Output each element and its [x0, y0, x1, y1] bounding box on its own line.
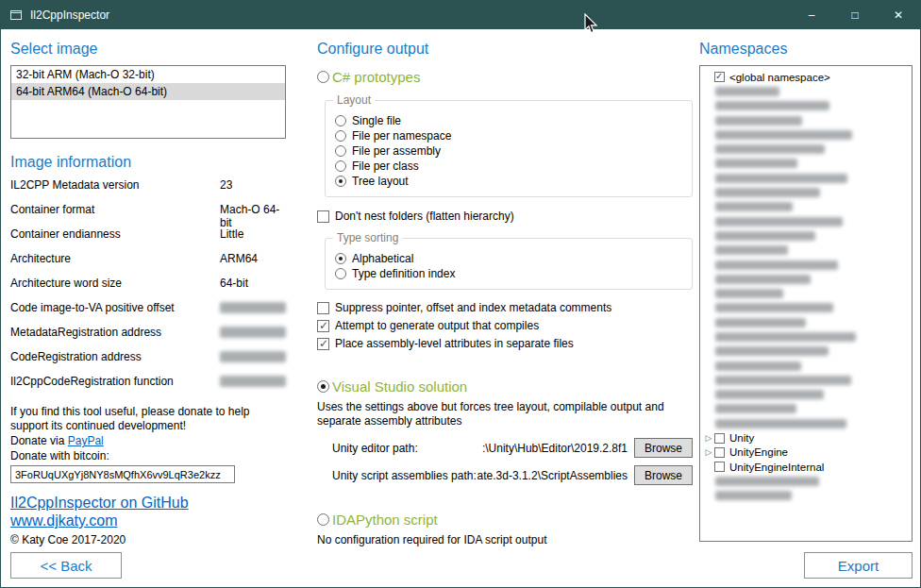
bitcoin-address-input[interactable] — [10, 465, 235, 483]
output-option[interactable]: Suppress pointer, offset and index metad… — [317, 301, 696, 314]
redacted-namespace — [715, 231, 815, 241]
namespace-item[interactable]: <global namespace> — [703, 70, 909, 84]
layout-option-radio[interactable] — [335, 160, 346, 172]
output-option[interactable]: Attempt to generate output that compiles — [317, 319, 696, 332]
flatten-hierarchy-checkbox[interactable] — [317, 210, 329, 223]
github-link[interactable]: Il2CppInspector on GitHub — [10, 495, 189, 512]
namespace-item-redacted[interactable] — [703, 244, 909, 258]
type-sorting-option-radio[interactable] — [335, 268, 346, 279]
output-option-checkbox[interactable] — [317, 338, 329, 350]
redacted-value — [220, 302, 286, 313]
idapython-option[interactable]: IDAPython script — [317, 512, 696, 528]
redacted-value — [220, 327, 286, 338]
layout-option[interactable]: File per namespace — [335, 128, 682, 143]
namespace-item-redacted[interactable] — [703, 315, 909, 329]
layout-option-radio[interactable] — [335, 176, 346, 187]
flatten-hierarchy-option[interactable]: Don't nest folders (flatten hierarchy) — [317, 210, 696, 223]
namespace-item-redacted[interactable] — [703, 388, 909, 402]
layout-options: Single fileFile per namespaceFile per as… — [335, 113, 682, 188]
unity-assemblies-browse-button[interactable]: Browse — [634, 465, 693, 485]
type-sorting-option[interactable]: Alphabetical — [335, 251, 682, 265]
image-info-row: Code image-to-VA positive offset — [10, 301, 286, 326]
layout-option[interactable]: File per assembly — [335, 143, 682, 158]
image-list-item[interactable]: 64-bit ARM64 (Mach-O 64-bit) — [11, 83, 285, 100]
namespace-item-redacted[interactable] — [703, 127, 909, 142]
namespace-checkbox[interactable] — [714, 433, 725, 444]
namespace-item-redacted[interactable] — [703, 344, 909, 359]
redacted-namespace — [715, 361, 801, 371]
minimize-button[interactable]: – — [790, 1, 833, 29]
csharp-prototypes-radio[interactable] — [317, 71, 329, 83]
redacted-namespace — [715, 245, 788, 255]
image-list-item[interactable]: 32-bit ARM (Mach-O 32-bit) — [11, 66, 285, 83]
namespace-item-redacted[interactable] — [703, 113, 909, 127]
image-info-label: Container format — [10, 203, 220, 216]
output-option-checkbox[interactable] — [317, 320, 329, 332]
type-sorting-option-radio[interactable] — [335, 253, 346, 264]
redacted-namespace — [715, 87, 779, 96]
export-button[interactable]: Export — [804, 552, 913, 579]
idapython-radio[interactable] — [317, 513, 329, 526]
namespace-checkbox[interactable] — [714, 462, 725, 472]
output-option-checkbox[interactable] — [317, 302, 329, 314]
redacted-namespace — [715, 130, 852, 140]
namespace-item-redacted[interactable] — [703, 157, 909, 171]
image-info-label: Architecture word size — [10, 277, 220, 290]
maximize-button[interactable]: □ — [833, 1, 877, 29]
namespace-item-redacted[interactable] — [703, 474, 909, 488]
namespace-label: Unity — [729, 432, 754, 444]
layout-groupbox: Layout Single fileFile per namespaceFile… — [325, 100, 693, 197]
layout-option[interactable]: Single file — [335, 113, 682, 127]
namespace-item-redacted[interactable] — [703, 359, 909, 373]
expander-icon[interactable]: ▷ — [703, 445, 714, 460]
namespace-item-redacted[interactable] — [703, 301, 909, 315]
csharp-prototypes-option[interactable]: C# prototypes — [317, 69, 696, 85]
layout-option-radio[interactable] — [335, 145, 346, 157]
namespace-item-redacted[interactable] — [703, 171, 909, 185]
namespace-item-redacted[interactable] — [703, 489, 909, 503]
namespace-item[interactable]: ▷Unity — [703, 430, 909, 445]
namespace-item[interactable]: UnityEngineInternal — [703, 460, 909, 474]
layout-option[interactable]: Tree layout — [335, 174, 682, 188]
namespace-item-redacted[interactable] — [703, 99, 909, 113]
image-info-row: Container endiannessLittle — [10, 227, 286, 252]
namespace-item-redacted[interactable] — [703, 286, 909, 300]
expander-icon[interactable]: ▷ — [703, 431, 714, 445]
unity-editor-browse-button[interactable]: Browse — [634, 438, 693, 458]
layout-option-radio[interactable] — [335, 115, 346, 126]
namespace-item-redacted[interactable] — [703, 416, 909, 430]
layout-group-label: Layout — [333, 93, 375, 107]
namespace-item-redacted[interactable] — [703, 329, 909, 344]
namespace-item-redacted[interactable] — [703, 272, 909, 286]
layout-option[interactable]: File per class — [335, 159, 682, 173]
close-button[interactable]: ✕ — [877, 1, 920, 29]
image-information-heading: Image information — [10, 154, 286, 171]
namespace-item-redacted[interactable] — [703, 258, 909, 272]
namespace-item[interactable]: ▷UnityEngine — [703, 445, 909, 460]
namespace-item-redacted[interactable] — [703, 200, 909, 214]
namespace-item-redacted[interactable] — [703, 228, 909, 243]
namespaces-panel-column: Namespaces <global namespace>▷Unity▷Unit… — [699, 35, 913, 587]
image-info-value: Little — [220, 227, 243, 241]
namespace-item-redacted[interactable] — [703, 84, 909, 98]
type-sorting-option-label: Type definition index — [352, 267, 455, 280]
namespace-checkbox[interactable] — [714, 447, 725, 458]
namespace-item-redacted[interactable] — [703, 402, 909, 416]
layout-option-radio[interactable] — [335, 130, 346, 142]
paypal-link[interactable]: PayPal — [68, 433, 104, 448]
website-link[interactable]: www.djkaty.com — [10, 512, 118, 529]
type-sorting-option[interactable]: Type definition index — [335, 266, 682, 280]
app-icon — [9, 8, 23, 22]
namespace-item-redacted[interactable] — [703, 142, 909, 156]
namespace-checkbox[interactable] — [714, 72, 725, 82]
redacted-namespace — [715, 332, 856, 342]
unity-editor-path-value: :\Unity\Hub\Editor\2019.2.8f1 — [482, 442, 628, 455]
namespace-item-redacted[interactable] — [703, 373, 909, 387]
visual-studio-option[interactable]: Visual Studio solution — [317, 378, 696, 395]
visual-studio-radio[interactable] — [317, 380, 329, 393]
back-button[interactable]: << Back — [10, 552, 122, 579]
type-sorting-groupbox: Type sorting AlphabeticalType definition… — [325, 238, 693, 290]
namespace-item-redacted[interactable] — [703, 214, 909, 228]
namespace-item-redacted[interactable] — [703, 185, 909, 199]
output-option[interactable]: Place assembly-level attributes in separ… — [317, 337, 696, 350]
